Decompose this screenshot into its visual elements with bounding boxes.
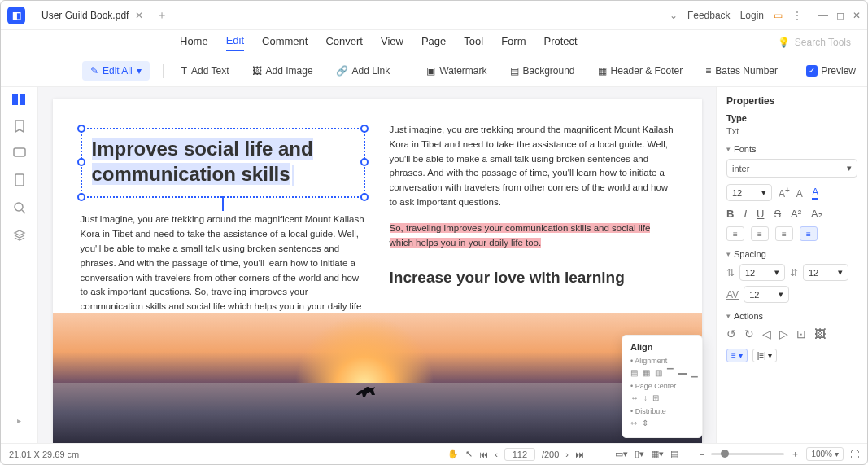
select-tool-icon[interactable]: ↖	[465, 449, 473, 459]
italic-icon[interactable]: I	[744, 208, 747, 220]
list-style-1[interactable]: ≡ ▾	[726, 349, 748, 362]
superscript-icon[interactable]: A²	[791, 208, 801, 220]
fit-width-icon[interactable]: ▭▾	[615, 449, 628, 459]
menu-page[interactable]: Page	[421, 35, 446, 50]
watermark-button[interactable]: ▣Watermark	[421, 62, 491, 80]
add-link-button[interactable]: 🔗Add Link	[331, 62, 395, 80]
menu-form[interactable]: Form	[501, 35, 526, 50]
close-tab-icon[interactable]: ✕	[135, 10, 143, 21]
resize-handle[interactable]	[77, 158, 85, 166]
document-canvas[interactable]: Improves social life and communication s…	[38, 87, 716, 443]
maximize-icon[interactable]: ◻	[836, 10, 844, 21]
actions-section[interactable]: Actions	[726, 311, 857, 321]
align-middle-icon[interactable]: ▬	[678, 368, 687, 377]
center-h-icon[interactable]: ↔	[630, 393, 639, 402]
document-tab[interactable]: User Guild Book.pdf ✕	[33, 7, 151, 24]
search-tools[interactable]: 💡 Search Tools	[778, 37, 851, 48]
rotate-left-icon[interactable]: ↺	[726, 327, 736, 340]
zoom-out-icon[interactable]: −	[700, 450, 704, 459]
selected-text-frame[interactable]: Improves social life and communication s…	[81, 128, 365, 198]
kebab-menu-icon[interactable]: ⋮	[792, 10, 802, 21]
attachment-icon[interactable]	[14, 173, 25, 186]
rotate-right-icon[interactable]: ↻	[744, 327, 754, 340]
preview-checkbox[interactable]: ✓ Preview	[806, 65, 856, 77]
align-top-icon[interactable]: ▔	[667, 368, 674, 377]
crop-icon[interactable]: ⊡	[796, 327, 806, 340]
fit-page-icon[interactable]: ▯▾	[635, 449, 644, 459]
menu-view[interactable]: View	[381, 35, 403, 50]
align-center-icon[interactable]: ▦	[643, 368, 650, 377]
resize-handle[interactable]	[360, 193, 369, 201]
new-tab-button[interactable]: ＋	[156, 8, 168, 23]
expand-sidebar-icon[interactable]: ▸	[17, 416, 21, 425]
spacing-section[interactable]: Spacing	[726, 249, 857, 259]
editable-heading[interactable]: Improves social life and communication s…	[92, 136, 354, 186]
highlighted-paragraph[interactable]: So, traveling improves your communicatio…	[390, 222, 674, 251]
sub-heading[interactable]: Increase your love with learning	[390, 265, 674, 289]
text-align-right[interactable]: ≡	[775, 226, 793, 241]
bookmark-icon[interactable]	[14, 120, 25, 133]
rotate-handle[interactable]	[222, 196, 224, 211]
notification-icon[interactable]: ▭	[774, 10, 783, 21]
flip-v-icon[interactable]: ▷	[779, 327, 788, 340]
menu-protect[interactable]: Protect	[544, 35, 578, 50]
menu-comment[interactable]: Comment	[262, 35, 308, 50]
hand-tool-icon[interactable]: ✋	[447, 449, 459, 459]
next-page-icon[interactable]: ›	[565, 450, 569, 459]
layers-icon[interactable]	[13, 229, 26, 242]
minimize-icon[interactable]: —	[818, 10, 828, 21]
resize-handle[interactable]	[77, 125, 85, 133]
menu-tool[interactable]: Tool	[464, 35, 483, 50]
center-both-icon[interactable]: ⊞	[652, 393, 659, 402]
distribute-v-icon[interactable]: ⇕	[642, 419, 648, 428]
font-color-icon[interactable]: A	[812, 186, 818, 200]
align-bottom-icon[interactable]: ▁	[691, 368, 698, 377]
bold-icon[interactable]: B	[726, 208, 734, 220]
font-family-select[interactable]: inter▾	[726, 159, 857, 178]
comment-icon[interactable]	[13, 147, 26, 159]
first-page-icon[interactable]: ⏮	[479, 450, 488, 459]
font-size-select[interactable]: 12▾	[726, 184, 772, 201]
align-right-icon[interactable]: ▥	[655, 368, 662, 377]
hero-image[interactable]	[53, 313, 702, 443]
zoom-slider[interactable]	[711, 453, 784, 455]
page-number-input[interactable]: 112	[504, 448, 535, 461]
single-page-icon[interactable]: ▦▾	[651, 449, 664, 459]
resize-handle[interactable]	[77, 193, 85, 201]
underline-icon[interactable]: U	[757, 208, 764, 220]
text-align-justify[interactable]: ≡	[800, 226, 818, 241]
flip-h-icon[interactable]: ◁	[762, 327, 771, 340]
app-logo[interactable]: ◧	[7, 7, 25, 24]
fonts-section[interactable]: Fonts	[726, 144, 857, 154]
line-spacing-select[interactable]: 12▾	[739, 264, 785, 281]
header-footer-button[interactable]: ▦Header & Footer	[593, 62, 688, 80]
decrease-font-icon[interactable]: A-	[796, 186, 805, 200]
char-spacing-select[interactable]: 12▾	[744, 286, 789, 303]
thumbnails-icon[interactable]	[12, 94, 27, 105]
subscript-icon[interactable]: A₂	[811, 208, 822, 220]
feedback-link[interactable]: Feedback	[687, 10, 731, 21]
body-paragraph[interactable]: Just imagine, you are trekking around th…	[390, 123, 674, 210]
bates-number-button[interactable]: ≡Bates Number	[700, 62, 783, 80]
edit-all-button[interactable]: ✎ Edit All ▾	[82, 61, 150, 81]
distribute-h-icon[interactable]: ⇿	[630, 419, 637, 428]
center-v-icon[interactable]: ↕	[643, 393, 648, 402]
add-image-button[interactable]: 🖼Add Image	[247, 62, 318, 80]
body-paragraph[interactable]: Just imagine, you are trekking around th…	[81, 213, 365, 329]
search-icon[interactable]	[13, 201, 26, 214]
last-page-icon[interactable]: ⏭	[575, 450, 584, 459]
replace-icon[interactable]: 🖼	[814, 327, 826, 340]
fullscreen-icon[interactable]: ⛶	[850, 450, 859, 459]
add-text-button[interactable]: TAdd Text	[177, 62, 234, 80]
menu-home[interactable]: Home	[180, 35, 208, 50]
resize-handle[interactable]	[360, 125, 369, 133]
align-left-icon[interactable]: ▤	[630, 368, 638, 377]
login-link[interactable]: Login	[740, 10, 764, 21]
zoom-level-select[interactable]: 100%▾	[806, 447, 844, 461]
menu-edit[interactable]: Edit	[226, 34, 244, 51]
prev-page-icon[interactable]: ‹	[495, 450, 498, 459]
list-style-2[interactable]: |≡| ▾	[752, 349, 778, 362]
text-align-left[interactable]: ≡	[726, 226, 744, 241]
text-align-center[interactable]: ≡	[751, 226, 769, 241]
chevron-down-icon[interactable]: ⌄	[670, 10, 678, 21]
